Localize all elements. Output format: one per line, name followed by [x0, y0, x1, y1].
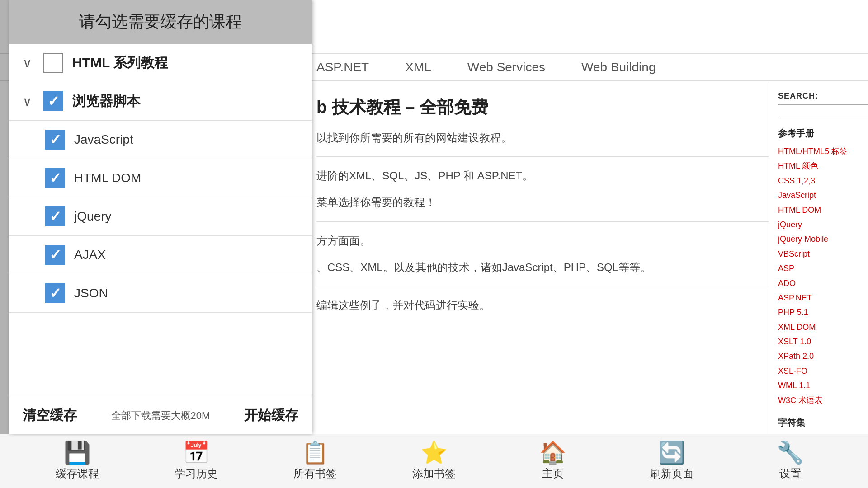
category-label-html: HTML 系列教程: [72, 54, 168, 72]
category-row-dom[interactable]: ✓HTML DOM: [9, 159, 312, 197]
home-icon: 🏠: [539, 442, 566, 464]
sidebar-ref-link[interactable]: HTML 颜色: [778, 159, 859, 173]
search-label: SEARCH:: [778, 91, 859, 101]
sidebar-ref-link[interactable]: HTML DOM: [778, 203, 859, 217]
category-row-ajax[interactable]: ✓AJAX: [9, 236, 312, 274]
sidebar-ref-link[interactable]: W3C 术语表: [778, 393, 859, 408]
sidebar-ref-link[interactable]: CSS 1,2,3: [778, 174, 859, 188]
toolbar-label-bookmarks: 所有书签: [293, 466, 337, 481]
modal-footer: 清空缓存 全部下载需要大概20M 开始缓存: [9, 397, 312, 434]
search-row: Go: [778, 104, 859, 118]
settings-icon: 🔧: [777, 442, 804, 464]
checkbox-js[interactable]: ✓: [45, 130, 65, 150]
sidebar-ref-link[interactable]: ASP: [778, 261, 859, 276]
sidebar-ref-link[interactable]: ASP.NET: [778, 291, 859, 305]
toolbar-item-settings[interactable]: 🔧设置: [763, 442, 817, 481]
clear-cache-button[interactable]: 清空缓存: [23, 406, 77, 425]
category-row-html[interactable]: ∨HTML 系列教程: [9, 44, 312, 82]
ref-title: 参考手册: [778, 127, 859, 140]
sidebar-ref-link[interactable]: XSL-FO: [778, 364, 859, 378]
sub-label-ajax: AJAX: [74, 248, 106, 262]
sidebar-ref-link[interactable]: PHP 5.1: [778, 305, 859, 319]
checkbox-jquery[interactable]: ✓: [45, 206, 65, 226]
check-mark: ✓: [49, 132, 61, 147]
add-bookmark-icon: ⭐: [420, 442, 448, 464]
sidebar-ref-link[interactable]: ADO: [778, 276, 859, 291]
char-section: 字符集 HTML 字符集HTML ASCIIHTML ISO-8859-1: [778, 417, 859, 434]
check-mark: ✓: [49, 248, 61, 262]
history-icon: 📅: [183, 442, 210, 464]
sidebar-ref-link[interactable]: jQuery: [778, 217, 859, 232]
search-input[interactable]: [778, 104, 868, 118]
cache-icon: 💾: [64, 442, 91, 464]
char-title: 字符集: [778, 417, 859, 429]
sub-label-jquery: jQuery: [74, 209, 111, 224]
chevron-icon: ∨: [23, 56, 36, 70]
sub-label-js: JavaScript: [74, 132, 133, 147]
toolbar-item-home[interactable]: 🏠主页: [526, 442, 580, 481]
check-mark: ✓: [49, 286, 61, 300]
check-mark: ✓: [49, 171, 61, 185]
toolbar-item-cache[interactable]: 💾缓存课程: [50, 442, 104, 481]
toolbar-item-bookmarks[interactable]: 📋所有书签: [288, 442, 342, 481]
chevron-icon: ∨: [23, 94, 36, 109]
size-hint: 全部下载需要大概20M: [111, 409, 210, 422]
sub-label-json: JSON: [74, 286, 108, 300]
checkbox-ajax[interactable]: ✓: [45, 245, 65, 265]
nav-tab-xml[interactable]: XML: [387, 54, 449, 81]
toolbar-item-refresh[interactable]: 🔄刷新页面: [645, 442, 699, 481]
ref-section: 参考手册 HTML/HTML5 标签HTML 颜色CSS 1,2,3JavaSc…: [778, 127, 859, 408]
toolbar-label-history: 学习历史: [175, 466, 218, 481]
bottom-toolbar: 💾缓存课程📅学习历史📋所有书签⭐添加书签🏠主页🔄刷新页面🔧设置: [0, 434, 868, 488]
category-label-browser-script: 浏览器脚本: [72, 92, 140, 111]
toolbar-label-add-bookmark: 添加书签: [412, 466, 456, 481]
category-row-jquery[interactable]: ✓jQuery: [9, 197, 312, 236]
toolbar-item-add-bookmark[interactable]: ⭐添加书签: [407, 442, 461, 481]
sub-label-dom: HTML DOM: [74, 171, 141, 185]
sidebar-ref-link[interactable]: VBScript: [778, 247, 859, 261]
nav-tab-web-services[interactable]: Web Services: [449, 54, 563, 81]
toolbar-item-history[interactable]: 📅学习历史: [169, 442, 223, 481]
nav-tab-web-building[interactable]: Web Building: [563, 54, 674, 81]
checkbox-json[interactable]: ✓: [45, 283, 65, 303]
sidebar-ref-link[interactable]: XSLT 1.0: [778, 334, 859, 349]
category-row-js[interactable]: ✓JavaScript: [9, 121, 312, 159]
bookmarks-icon: 📋: [302, 442, 329, 464]
toolbar-label-refresh: 刷新页面: [650, 466, 693, 481]
category-row-json[interactable]: ✓JSON: [9, 274, 312, 313]
modal-header: 请勾选需要缓存的课程: [9, 0, 312, 44]
check-mark: ✓: [47, 94, 60, 108]
sidebar-ref-link[interactable]: jQuery Mobile: [778, 232, 859, 246]
modal-title: 请勾选需要缓存的课程: [9, 11, 312, 33]
toolbar-label-settings: 设置: [779, 466, 801, 481]
modal-body: ∨HTML 系列教程∨✓浏览器脚本✓JavaScript✓HTML DOM✓jQ…: [9, 44, 312, 397]
toolbar-label-home: 主页: [542, 466, 564, 481]
sidebar: SEARCH: Go 参考手册 HTML/HTML5 标签HTML 颜色CSS …: [769, 82, 868, 434]
checkbox-browser-script[interactable]: ✓: [43, 91, 63, 111]
refresh-icon: 🔄: [658, 442, 685, 464]
modal-panel: 请勾选需要缓存的课程 ∨HTML 系列教程∨✓浏览器脚本✓JavaScript✓…: [9, 0, 312, 434]
checkbox-html[interactable]: [43, 53, 63, 73]
category-row-browser-script[interactable]: ∨✓浏览器脚本: [9, 82, 312, 121]
check-mark: ✓: [49, 209, 61, 224]
sidebar-ref-link[interactable]: HTML/HTML5 标签: [778, 144, 859, 159]
sidebar-ref-link[interactable]: XPath 2.0: [778, 349, 859, 363]
sidebar-ref-link[interactable]: XML DOM: [778, 320, 859, 334]
sidebar-ref-link[interactable]: JavaScript: [778, 188, 859, 202]
checkbox-dom[interactable]: ✓: [45, 168, 65, 188]
start-cache-button[interactable]: 开始缓存: [244, 406, 298, 425]
sidebar-ref-link[interactable]: WML 1.1: [778, 378, 859, 393]
toolbar-label-cache: 缓存课程: [56, 466, 99, 481]
